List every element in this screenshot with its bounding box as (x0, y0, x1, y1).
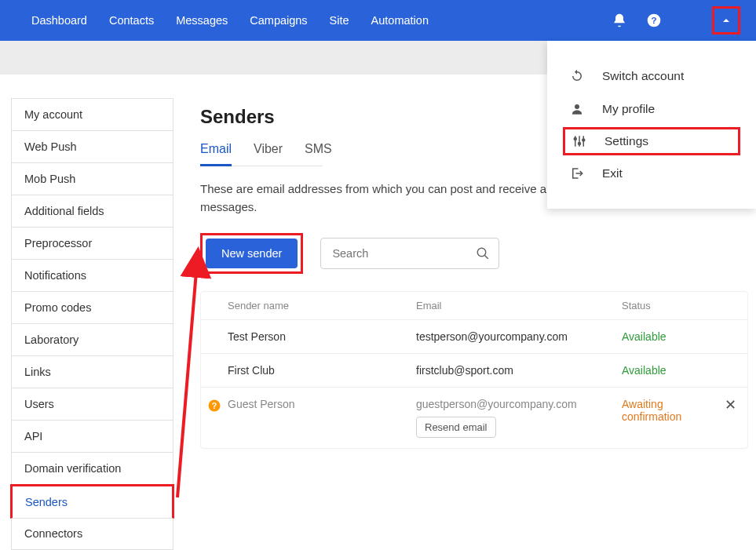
sidebar-item-api[interactable]: API (12, 421, 173, 453)
cell-email: testperson@yourcompany.com (416, 330, 622, 343)
svg-line-10 (485, 255, 489, 259)
user-icon (569, 102, 585, 116)
table-header: Sender name Email Status (201, 292, 747, 319)
sidebar-item-connectors[interactable]: Connectors (12, 518, 173, 549)
menu-label: Exit (602, 166, 623, 180)
user-menu-toggle[interactable] (712, 6, 740, 35)
svg-point-2 (575, 104, 579, 109)
search-input[interactable] (320, 238, 499, 269)
search-icon (476, 246, 490, 260)
menu-settings[interactable]: Settings (563, 127, 740, 155)
bell-icon[interactable] (605, 6, 634, 35)
th-status: Status (622, 300, 736, 311)
highlight-box: New sender (200, 233, 303, 274)
th-sender-name: Sender name (228, 300, 416, 311)
resend-email-button[interactable]: Resend email (416, 417, 496, 438)
sidebar-item-senders[interactable]: Senders (10, 484, 174, 519)
cell-status: Awaiting confirmation (622, 398, 718, 423)
toolbar: New sender (200, 233, 748, 274)
delete-row-button[interactable]: ✕ (718, 398, 736, 412)
sidebar-item-web-push[interactable]: Web Push (12, 131, 173, 163)
help-icon[interactable]: ? (640, 6, 668, 35)
tab-email[interactable]: Email (200, 142, 232, 166)
senders-table: Sender name Email Status Test Person tes… (200, 291, 748, 449)
table-row[interactable]: ? Guest Person guestperson@yourcompany.c… (201, 387, 747, 448)
th-email: Email (416, 300, 622, 311)
menu-exit[interactable]: Exit (566, 157, 737, 190)
sidebar-item-links[interactable]: Links (12, 356, 173, 388)
sidebar-item-domain-verification[interactable]: Domain verification (12, 453, 173, 485)
sidebar-item-my-account[interactable]: My account (12, 99, 173, 131)
svg-point-7 (579, 143, 581, 145)
tab-sms[interactable]: SMS (305, 142, 332, 166)
cell-status: Available (622, 364, 736, 377)
nav-items: Dashboard Contacts Messages Campaigns Si… (31, 14, 429, 27)
nav-messages[interactable]: Messages (176, 14, 228, 27)
cell-email-text: guestperson@yourcompany.com (416, 398, 577, 410)
sidebar-item-preprocessor[interactable]: Preprocessor (12, 228, 173, 260)
exit-icon (569, 166, 585, 180)
nav-contacts[interactable]: Contacts (109, 14, 154, 27)
cell-name: First Club (228, 364, 416, 377)
nav-site[interactable]: Site (330, 14, 349, 27)
menu-my-profile[interactable]: My profile (566, 93, 737, 126)
refresh-icon (569, 69, 585, 83)
sidebar-item-promo-codes[interactable]: Promo codes (12, 292, 173, 324)
table-row[interactable]: First Club firstclub@sport.com Available (201, 353, 747, 387)
sidebar-item-mob-push[interactable]: Mob Push (12, 163, 173, 195)
nav-automation[interactable]: Automation (371, 14, 429, 27)
svg-text:?: ? (212, 401, 217, 410)
sidebar-item-additional-fields[interactable]: Additional fields (12, 195, 173, 228)
cell-name: Test Person (228, 330, 416, 343)
cell-name: Guest Person (228, 398, 416, 410)
svg-point-9 (478, 248, 487, 257)
nav-dashboard[interactable]: Dashboard (31, 14, 87, 27)
search-wrap (320, 238, 499, 269)
menu-label: Settings (604, 134, 648, 148)
menu-switch-account[interactable]: Switch account (566, 60, 737, 93)
top-nav: Dashboard Contacts Messages Campaigns Si… (0, 0, 756, 41)
warning-icon: ? (207, 399, 221, 413)
settings-sidebar: My account Web Push Mob Push Additional … (11, 98, 173, 550)
menu-label: My profile (602, 102, 655, 116)
nav-campaigns[interactable]: Campaigns (250, 14, 307, 27)
svg-text:?: ? (651, 15, 656, 25)
menu-label: Switch account (602, 69, 684, 83)
table-row[interactable]: Test Person testperson@yourcompany.com A… (201, 319, 747, 353)
tab-viber[interactable]: Viber (254, 142, 283, 166)
sliders-icon (572, 134, 587, 148)
cell-email: firstclub@sport.com (416, 364, 622, 377)
sidebar-item-users[interactable]: Users (12, 388, 173, 421)
user-dropdown: Switch account My profile Settings Exit (547, 41, 756, 209)
sidebar-item-laboratory[interactable]: Laboratory (12, 324, 173, 356)
svg-point-6 (574, 138, 576, 140)
new-sender-button[interactable]: New sender (206, 239, 298, 268)
sidebar-item-notifications[interactable]: Notifications (12, 260, 173, 292)
svg-point-8 (583, 139, 585, 141)
cell-email: guestperson@yourcompany.com Resend email (416, 398, 622, 438)
cell-status: Available (622, 330, 736, 343)
sender-tabs: Email Viber SMS (200, 142, 323, 166)
